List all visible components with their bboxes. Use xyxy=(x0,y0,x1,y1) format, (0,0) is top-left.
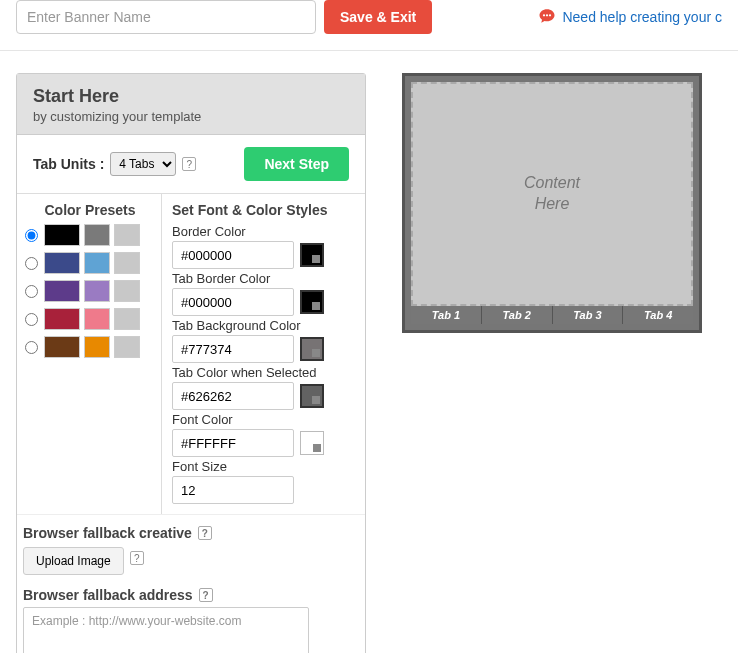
help-icon[interactable]: ? xyxy=(182,157,196,171)
panel-header: Start Here by customizing your template xyxy=(17,74,365,135)
preview-tab[interactable]: Tab 3 xyxy=(553,306,624,324)
preset-row[interactable] xyxy=(25,308,155,330)
content-placeholder: Content Here xyxy=(411,82,693,306)
preset-row[interactable] xyxy=(25,224,155,246)
top-bar: Save & Exit Need help creating your c xyxy=(0,0,738,51)
swatch-icon xyxy=(84,336,110,358)
preview-panel: Content Here Tab 1Tab 2Tab 3Tab 4 xyxy=(402,73,702,333)
swatch-icon xyxy=(44,308,80,330)
swatch-icon xyxy=(84,308,110,330)
help-link-text: Need help creating your c xyxy=(562,9,722,25)
swatch-icon xyxy=(114,308,140,330)
preset-row[interactable] xyxy=(25,252,155,274)
tab-units-row: Tab Units : 4 Tabs ? Next Step xyxy=(17,135,365,194)
tab-selected-color-label: Tab Color when Selected xyxy=(172,365,363,380)
tab-units-select[interactable]: 4 Tabs xyxy=(110,152,176,176)
preview-tabs: Tab 1Tab 2Tab 3Tab 4 xyxy=(411,306,693,324)
swatch-icon xyxy=(44,224,80,246)
preset-radio[interactable] xyxy=(25,341,38,354)
fallback-address-textarea[interactable] xyxy=(23,607,309,653)
font-size-label: Font Size xyxy=(172,459,363,474)
preset-row[interactable] xyxy=(25,280,155,302)
preview-tab[interactable]: Tab 1 xyxy=(411,306,482,324)
border-color-chip[interactable] xyxy=(300,243,324,267)
preview-tab[interactable]: Tab 2 xyxy=(482,306,553,324)
tab-bg-color-chip[interactable] xyxy=(300,337,324,361)
font-color-label: Font Color xyxy=(172,412,363,427)
tab-bg-color-label: Tab Background Color xyxy=(172,318,363,333)
swatch-icon xyxy=(84,252,110,274)
preset-radio[interactable] xyxy=(25,229,38,242)
swatch-icon xyxy=(84,280,110,302)
swatch-icon xyxy=(114,280,140,302)
fallback-address-label: Browser fallback address xyxy=(23,587,193,603)
chat-icon xyxy=(538,7,556,28)
tab-units-label: Tab Units : xyxy=(33,156,104,172)
start-here-panel: Start Here by customizing your template … xyxy=(16,73,366,653)
tab-border-color-chip[interactable] xyxy=(300,290,324,314)
fallback-creative-label: Browser fallback creative xyxy=(23,525,192,541)
swatch-icon xyxy=(84,224,110,246)
tab-border-color-label: Tab Border Color xyxy=(172,271,363,286)
help-icon[interactable]: ? xyxy=(130,551,144,565)
font-color-input[interactable] xyxy=(172,429,294,457)
font-size-input[interactable] xyxy=(172,476,294,504)
swatch-icon xyxy=(114,336,140,358)
font-color-styles-column: Set Font & Color Styles Border Color Tab… xyxy=(162,194,365,514)
tab-bg-color-input[interactable] xyxy=(172,335,294,363)
help-icon[interactable]: ? xyxy=(199,588,213,602)
tab-border-color-input[interactable] xyxy=(172,288,294,316)
panel-title: Start Here xyxy=(33,86,349,107)
tab-selected-color-chip[interactable] xyxy=(300,384,324,408)
border-color-input[interactable] xyxy=(172,241,294,269)
help-link[interactable]: Need help creating your c xyxy=(538,7,722,28)
preset-row[interactable] xyxy=(25,336,155,358)
color-presets-column: Color Presets xyxy=(17,194,162,514)
border-color-label: Border Color xyxy=(172,224,363,239)
preset-radio[interactable] xyxy=(25,257,38,270)
swatch-icon xyxy=(44,336,80,358)
swatch-icon xyxy=(114,224,140,246)
swatch-icon xyxy=(44,252,80,274)
tab-selected-color-input[interactable] xyxy=(172,382,294,410)
swatch-icon xyxy=(44,280,80,302)
upload-image-button[interactable]: Upload Image xyxy=(23,547,124,575)
preview-frame: Content Here Tab 1Tab 2Tab 3Tab 4 xyxy=(402,73,702,333)
panel-subtitle: by customizing your template xyxy=(33,109,349,124)
preset-radio[interactable] xyxy=(25,285,38,298)
font-color-chip[interactable] xyxy=(300,431,324,455)
preview-tab[interactable]: Tab 4 xyxy=(623,306,693,324)
fallback-section: Browser fallback creative ? Upload Image… xyxy=(17,515,365,653)
save-exit-button[interactable]: Save & Exit xyxy=(324,0,432,34)
preset-radio[interactable] xyxy=(25,313,38,326)
color-presets-title: Color Presets xyxy=(25,202,155,218)
styles-title: Set Font & Color Styles xyxy=(172,202,363,218)
next-step-button[interactable]: Next Step xyxy=(244,147,349,181)
help-icon[interactable]: ? xyxy=(198,526,212,540)
banner-name-input[interactable] xyxy=(16,0,316,34)
swatch-icon xyxy=(114,252,140,274)
